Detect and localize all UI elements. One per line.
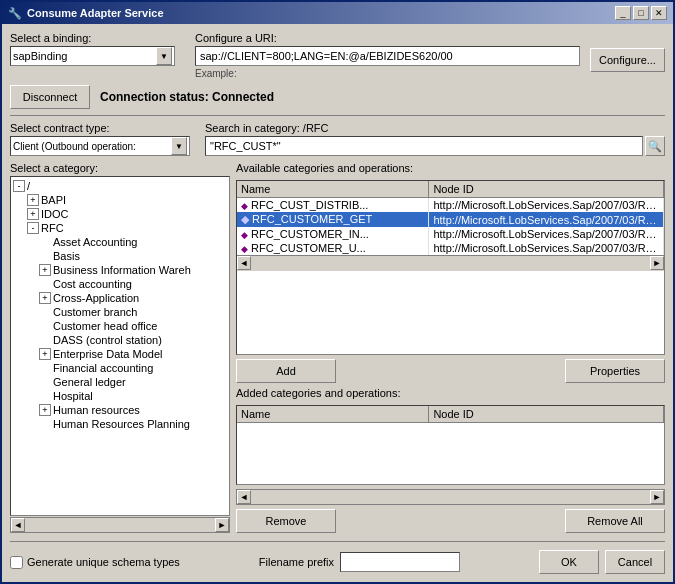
right-panel: Available categories and operations: Nam… [236,162,665,533]
tree-expand-cross[interactable]: + [39,292,51,304]
cancel-button[interactable]: Cancel [605,550,665,574]
tree-expand-hr[interactable]: + [39,404,51,416]
tree-item-rfc[interactable]: - RFC [13,221,227,235]
category-tree[interactable]: - / + BAPI + IDOC - [10,176,230,516]
properties-button[interactable]: Properties [565,359,665,383]
left-panel: Select a category: - / + BAPI + [10,162,230,533]
added-scrollbar-h[interactable]: ◄ ► [236,489,665,505]
tree-item-basis[interactable]: Basis [13,249,227,263]
minimize-button[interactable]: _ [615,6,631,20]
scroll-added-left[interactable]: ◄ [237,490,251,504]
tree-item-bapi[interactable]: + BAPI [13,193,227,207]
ok-cancel-row: OK Cancel [539,550,665,574]
row-name: ◆ RFC_CUST_DISTRIB... [237,198,429,213]
example-label: Example: [195,68,580,79]
tree-expand-rfc[interactable]: - [27,222,39,234]
filename-section: Filename prefix [259,552,460,572]
window-title: Consume Adapter Service [27,7,164,19]
generate-schema-checkbox[interactable] [10,556,23,569]
filename-input[interactable] [340,552,460,572]
row-nodeid: http://Microsoft.LobServices.Sap/2007/03… [429,198,664,213]
scroll-left-btn[interactable]: ◄ [11,518,25,532]
tree-item-business-info[interactable]: + Business Information Wareh [13,263,227,277]
binding-combobox[interactable]: sapBinding ▼ [10,46,175,66]
tree-item-customer-branch[interactable]: Customer branch [13,305,227,319]
contract-dropdown-arrow[interactable]: ▼ [171,137,187,155]
search-button[interactable]: 🔍 [645,136,665,156]
row-name: ◆ RFC_CUSTOMER_IN... [237,227,429,241]
footer: Generate unique schema types Filename pr… [10,550,665,574]
scroll-right-btn[interactable]: ► [215,518,229,532]
main-area: Select a category: - / + BAPI + [10,162,665,533]
row-nodeid: http://Microsoft.LobServices.Sap/2007/03… [429,227,664,241]
binding-value: sapBinding [13,50,156,62]
remove-row: Remove Remove All [236,509,665,533]
row-nodeid-selected: http://Microsoft.LobServices.Sap/2007/03… [429,212,664,227]
tree-item-root[interactable]: - / [13,179,227,193]
disconnect-button[interactable]: Disconnect [10,85,90,109]
tree-item-hospital[interactable]: Hospital [13,389,227,403]
tree-expand-enterprise[interactable]: + [39,348,51,360]
tree-item-customer-head[interactable]: Customer head office [13,319,227,333]
tree-item-financial[interactable]: Financial accounting [13,361,227,375]
tree-item-cost-accounting[interactable]: Cost accounting [13,277,227,291]
contract-combobox[interactable]: Client (Outbound operation: ▼ [10,136,190,156]
tree-item-idoc[interactable]: + IDOC [13,207,227,221]
remove-all-button[interactable]: Remove All [565,509,665,533]
main-window: 🔧 Consume Adapter Service _ □ ✕ Select a… [0,0,675,584]
available-col-nodeid: Node ID [429,181,664,198]
search-section: Search in category: /RFC 🔍 [205,122,665,156]
tree-item-cross-app[interactable]: + Cross-Application [13,291,227,305]
connection-status: Connection status: Connected [100,90,274,104]
added-table: Name Node ID [237,406,664,423]
tree-expand-idoc[interactable]: + [27,208,39,220]
available-scrollbar-h[interactable]: ◄ ► [237,255,664,271]
tree-expand-root[interactable]: - [13,180,25,192]
contract-label: Select contract type: [10,122,195,134]
search-input[interactable] [205,136,643,156]
generate-schema-label: Generate unique schema types [27,556,180,568]
available-table-container[interactable]: Name Node ID ◆ RFC_CUST_DISTRIB... http:… [236,180,665,355]
available-label: Available categories and operations: [236,162,665,174]
table-row[interactable]: ◆ RFC_CUSTOMER_U... http://Microsoft.Lob… [237,241,664,255]
row-nodeid: http://Microsoft.LobServices.Sap/2007/03… [429,241,664,255]
add-button[interactable]: Add [236,359,336,383]
search-label: Search in category: /RFC [205,122,665,134]
remove-button[interactable]: Remove [236,509,336,533]
tree-expand-business[interactable]: + [39,264,51,276]
uri-input[interactable] [195,46,580,66]
close-button[interactable]: ✕ [651,6,667,20]
table-row-selected[interactable]: ◆ RFC_CUSTOMER_GET http://Microsoft.LobS… [237,212,664,227]
tree-item-asset-accounting[interactable]: Asset Accounting [13,235,227,249]
scrollbar-track [25,518,215,532]
uri-label: Configure a URI: [195,32,580,44]
tree-scrollbar-h[interactable]: ◄ ► [10,517,230,533]
content-area: Select a binding: sapBinding ▼ Configure… [2,24,673,582]
tree-item-general-ledger[interactable]: General ledger [13,375,227,389]
filename-label: Filename prefix [259,556,334,568]
tree-item-dass[interactable]: DASS (control station) [13,333,227,347]
available-col-name: Name [237,181,429,198]
added-col-name: Name [237,406,429,423]
scroll-avail-right[interactable]: ► [650,256,664,270]
tree-item-hr-planning[interactable]: Human Resources Planning [13,417,227,431]
configure-button[interactable]: Configure... [590,48,665,72]
title-bar-title: 🔧 Consume Adapter Service [8,7,164,20]
tree-item-human-resources[interactable]: + Human resources [13,403,227,417]
scroll-avail-left[interactable]: ◄ [237,256,251,270]
table-row[interactable]: ◆ RFC_CUSTOMER_IN... http://Microsoft.Lo… [237,227,664,241]
row-name: ◆ RFC_CUSTOMER_U... [237,241,429,255]
add-properties-row: Add Properties [236,359,665,383]
binding-dropdown-arrow[interactable]: ▼ [156,47,172,65]
title-bar-controls: _ □ ✕ [615,6,667,20]
top-config-row: Select a binding: sapBinding ▼ Configure… [10,32,665,79]
table-row[interactable]: ◆ RFC_CUST_DISTRIB... http://Microsoft.L… [237,198,664,213]
tree-item-enterprise[interactable]: + Enterprise Data Model [13,347,227,361]
uri-section: Configure a URI: Example: [195,32,580,79]
scroll-added-right[interactable]: ► [650,490,664,504]
available-table: Name Node ID ◆ RFC_CUST_DISTRIB... http:… [237,181,664,255]
tree-expand-bapi[interactable]: + [27,194,39,206]
maximize-button[interactable]: □ [633,6,649,20]
ok-button[interactable]: OK [539,550,599,574]
added-table-container[interactable]: Name Node ID [236,405,665,485]
